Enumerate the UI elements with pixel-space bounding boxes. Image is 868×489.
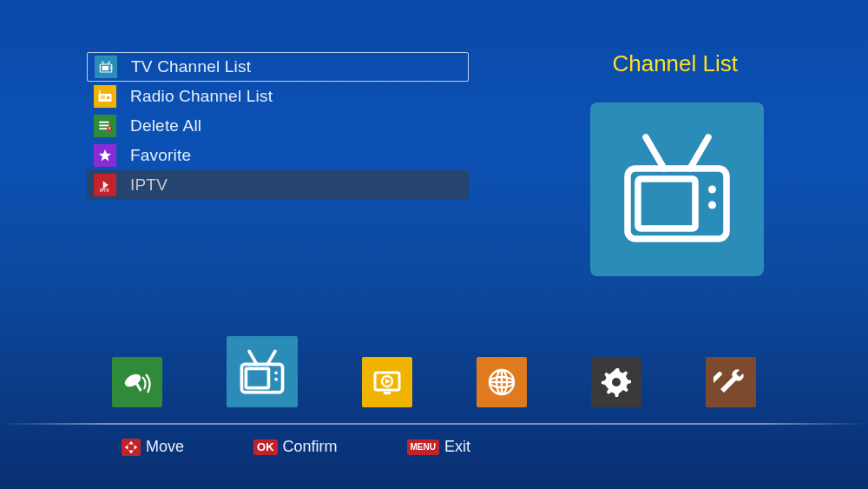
svg-point-22: [643, 135, 648, 140]
svg-rect-27: [246, 368, 268, 387]
svg-rect-9: [101, 96, 105, 96]
svg-line-31: [267, 351, 275, 364]
channel-menu: TV Channel List Radio Channel List: [87, 52, 469, 200]
nav-tile-channel[interactable]: [227, 336, 298, 407]
divider: [0, 423, 868, 425]
svg-point-19: [708, 202, 716, 209]
menu-item-label: Radio Channel List: [130, 87, 273, 106]
svg-line-21: [690, 137, 708, 169]
hint-label: Move: [146, 438, 184, 456]
tv-small-icon: [95, 56, 117, 78]
nav-tile-satellite[interactable]: [112, 357, 162, 407]
svg-point-8: [107, 96, 110, 100]
svg-point-3: [110, 69, 111, 69]
preview-tile: [590, 102, 764, 276]
satellite-icon: [120, 365, 155, 400]
menu-item-label: TV Channel List: [131, 57, 251, 76]
gear-icon: [599, 365, 634, 400]
nav-row: [0, 329, 868, 407]
star-icon: [94, 144, 116, 167]
nav-tile-settings[interactable]: [591, 357, 641, 407]
globe-icon: [484, 365, 519, 400]
iptv-icon: IPTV: [94, 174, 116, 196]
radio-icon: [94, 85, 116, 108]
svg-point-28: [274, 371, 278, 374]
svg-line-20: [646, 137, 664, 169]
menu-item-label: IPTV: [130, 175, 168, 195]
svg-point-29: [274, 378, 278, 381]
menu-item-label: Delete All: [130, 116, 201, 135]
hint-move: Move: [122, 438, 184, 456]
media-icon: [370, 365, 404, 400]
menu-item-iptv[interactable]: IPTV IPTV: [87, 170, 469, 200]
tools-icon: [713, 365, 748, 400]
menu-item-tv-channel-list[interactable]: TV Channel List: [87, 52, 469, 82]
hint-label: Confirm: [283, 438, 338, 456]
svg-rect-7: [99, 90, 101, 95]
svg-point-2: [110, 66, 111, 67]
svg-rect-1: [102, 66, 109, 70]
svg-text:IPTV: IPTV: [100, 188, 109, 193]
svg-rect-41: [713, 371, 723, 387]
tv-icon: [235, 345, 289, 399]
menu-badge: MENU: [407, 439, 439, 455]
nav-tile-media[interactable]: [362, 357, 412, 407]
preview-title: Channel List: [612, 50, 738, 77]
delete-all-icon: [94, 115, 116, 137]
svg-rect-17: [638, 179, 695, 228]
ok-badge: OK: [253, 439, 278, 455]
tv-icon: [612, 124, 742, 254]
svg-rect-12: [99, 125, 108, 127]
menu-item-radio-channel-list[interactable]: Radio Channel List: [87, 82, 469, 111]
svg-point-18: [708, 186, 716, 194]
footer-hints: Move OK Confirm MENU Exit: [0, 438, 868, 456]
hint-label: Exit: [444, 438, 470, 456]
arrows-badge: [122, 439, 141, 456]
svg-rect-33: [384, 392, 391, 394]
menu-item-favorite[interactable]: Favorite: [87, 141, 469, 170]
nav-tile-tools[interactable]: [706, 357, 756, 407]
svg-rect-10: [101, 98, 105, 99]
hint-confirm: OK Confirm: [253, 438, 338, 456]
menu-item-label: Favorite: [130, 146, 191, 165]
svg-rect-25: [135, 383, 142, 392]
svg-rect-11: [99, 122, 108, 123]
svg-point-40: [612, 378, 621, 387]
nav-tile-network[interactable]: [477, 357, 527, 407]
svg-point-23: [706, 135, 711, 140]
svg-line-30: [249, 351, 257, 364]
hint-exit: MENU Exit: [407, 438, 470, 456]
menu-item-delete-all[interactable]: Delete All: [87, 111, 469, 141]
